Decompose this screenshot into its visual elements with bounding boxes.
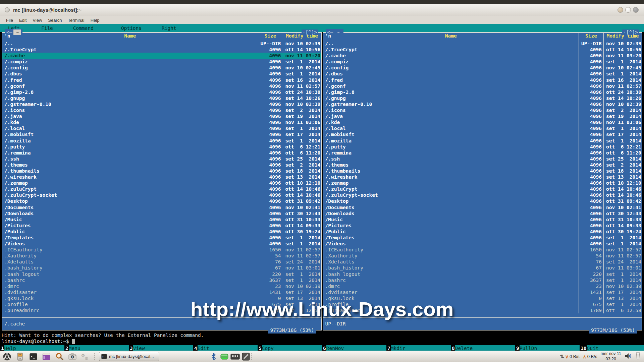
search-icon[interactable] bbox=[54, 352, 64, 361]
glass-icon[interactable] bbox=[635, 352, 641, 361]
file-row[interactable]: /.java4096set192014 bbox=[2, 113, 321, 119]
file-row[interactable]: .bash_history67nov1103:01 bbox=[2, 265, 321, 271]
file-row[interactable]: /.thumbnails4096set182014 bbox=[323, 168, 642, 174]
file-row[interactable]: /.putty4096ott612:21 bbox=[2, 144, 321, 150]
file-row[interactable]: .bashrc3637set12014 bbox=[323, 277, 642, 283]
file-row[interactable]: /.config4096nov1002:45 bbox=[2, 65, 321, 71]
column-header-size[interactable]: Size bbox=[579, 33, 603, 41]
bluetooth-icon[interactable] bbox=[209, 352, 218, 361]
file-row[interactable]: .ICEauthority1650nov1102:57 bbox=[2, 247, 321, 253]
file-row[interactable]: .dmrc23nov1002:39 bbox=[323, 283, 642, 289]
file-row[interactable]: /.remmina4096ott611:20 bbox=[2, 150, 321, 156]
file-cabinet-icon[interactable] bbox=[15, 352, 25, 361]
file-row[interactable]: .bash_logout220set12014 bbox=[323, 271, 642, 277]
file-row[interactable]: /Documents4096nov1002:41 bbox=[2, 204, 321, 210]
file-row[interactable]: /.mozilla4096set12014 bbox=[2, 138, 321, 144]
mc-menu-right[interactable]: Right bbox=[158, 25, 180, 31]
file-row[interactable]: /..UP--DIRnov1002:39 bbox=[323, 41, 642, 47]
file-row[interactable]: .bash_logout220set12014 bbox=[2, 271, 321, 277]
file-row[interactable]: /.mobiusft4096set172014 bbox=[323, 131, 642, 137]
file-row[interactable]: /Pictures4096ott1409:33 bbox=[2, 223, 321, 229]
file-row[interactable]: .Xauthority54nov1102:57 bbox=[323, 253, 642, 259]
mc-menu-command[interactable]: Command bbox=[69, 25, 98, 31]
menu-item-edit[interactable]: Edit bbox=[16, 17, 29, 23]
file-row[interactable]: /.zenmap4096ott1012:10 bbox=[323, 180, 642, 186]
column-header-size[interactable]: Size bbox=[258, 33, 283, 41]
column-header-name[interactable]: 'nName bbox=[2, 33, 258, 41]
file-row[interactable]: /.ssh4096set252014 bbox=[323, 156, 642, 162]
file-row[interactable]: .ICEauthority1650nov1102:57 bbox=[323, 247, 642, 253]
file-row[interactable]: /.kde4096nov1103:06 bbox=[2, 119, 321, 125]
gears-icon[interactable]: ⚙⚙ bbox=[80, 352, 91, 361]
file-row[interactable]: /Music4096ott3110:33 bbox=[323, 217, 642, 223]
file-row[interactable]: /.gstreamer-0.104096nov1002:39 bbox=[2, 101, 321, 107]
upload-monitor[interactable]: ∧ 0 B/s bbox=[583, 354, 597, 359]
file-row[interactable]: /.ssh4096set252014 bbox=[2, 156, 321, 162]
file-row[interactable]: /Videos4096set12014 bbox=[323, 241, 642, 247]
mc-menu-file[interactable]: File bbox=[37, 25, 57, 31]
file-row[interactable]: /Music4096ott3110:33 bbox=[2, 217, 321, 223]
panel-nav-icons[interactable]: ·[^]> bbox=[622, 29, 639, 35]
file-row[interactable]: /.themes4096set22014 bbox=[323, 162, 642, 168]
file-row[interactable]: /.java4096set192014 bbox=[323, 113, 642, 119]
clock[interactable]: mer nov 11 03:20 bbox=[600, 351, 621, 362]
file-row[interactable]: /Documents4096nov1002:41 bbox=[323, 204, 642, 210]
volume-icon[interactable] bbox=[625, 353, 632, 361]
file-row[interactable]: .dvdisaster1431set172014 bbox=[2, 289, 321, 295]
file-row[interactable]: .dmrc23nov1002:39 bbox=[2, 283, 321, 289]
file-row[interactable]: /.cache4096nov1103:20 bbox=[2, 53, 321, 59]
file-row[interactable]: /.wireshark4096set132014 bbox=[323, 174, 642, 180]
file-row[interactable]: /Downloads4096ott3012:43 bbox=[2, 210, 321, 217]
window-menu-icon[interactable] bbox=[5, 7, 10, 12]
terminal-icon[interactable]: ▸_ bbox=[28, 352, 38, 361]
file-row[interactable]: .dvdisaster1431set172014 bbox=[323, 289, 642, 295]
menu-item-terminal[interactable]: Terminal bbox=[65, 17, 87, 23]
file-row[interactable]: /.compiz4096set12014 bbox=[2, 59, 321, 65]
taskbar-window-button[interactable]: ▸_ mc [linux-days@local... bbox=[99, 352, 159, 361]
file-row[interactable]: /.mobiusft4096set172014 bbox=[2, 131, 321, 137]
file-row[interactable]: /.zenmap4096ott1012:10 bbox=[2, 180, 321, 186]
file-row[interactable]: /.wireshark4096set132014 bbox=[2, 174, 321, 180]
menu-item-view[interactable]: View bbox=[30, 17, 45, 23]
file-row[interactable]: /.fred4096set162014 bbox=[323, 77, 642, 83]
file-row[interactable]: /.zuluCrypt-socket4096ott1410:46 bbox=[323, 192, 642, 198]
file-row[interactable]: /Pictures4096ott1409:33 bbox=[323, 223, 642, 229]
file-row[interactable]: .Xdefaults76set242014 bbox=[323, 259, 642, 265]
file-row[interactable]: .Xdefaults76set242014 bbox=[2, 259, 321, 265]
file-row[interactable]: /.gconf4096nov1102:57 bbox=[323, 83, 642, 89]
file-row[interactable]: /.TrueCrypt4096ott1410:56 bbox=[2, 47, 321, 53]
file-row[interactable]: /Desktop4096ott3109:42 bbox=[323, 198, 642, 204]
file-row[interactable]: /Downloads4096ott3012:43 bbox=[323, 210, 642, 217]
column-header-name[interactable]: 'nName bbox=[323, 33, 579, 41]
menu-item-search[interactable]: Search bbox=[45, 17, 64, 23]
file-row[interactable]: /.gimp-2.84096ott2410:30 bbox=[2, 89, 321, 95]
file-row[interactable]: /.gnupg4096set1410:26 bbox=[2, 95, 321, 101]
file-row[interactable]: /..UP--DIRnov1002:39 bbox=[2, 41, 321, 47]
command-line[interactable]: linux-days@localhost:~$ bbox=[0, 338, 644, 345]
file-row[interactable]: /.themes4096set22014 bbox=[2, 162, 321, 168]
file-row[interactable]: /.gnupg4096set1410:26 bbox=[323, 95, 642, 101]
ubuntu-logo-icon[interactable] bbox=[2, 352, 12, 361]
minimize-button[interactable] bbox=[618, 7, 623, 13]
network-monitor[interactable]: ⇅ ∨ 0 B/s bbox=[560, 354, 579, 360]
menu-item-help[interactable]: Help bbox=[88, 17, 102, 23]
file-row[interactable]: /.icons4096set22014 bbox=[2, 107, 321, 113]
file-row[interactable]: /.fred4096set162014 bbox=[2, 77, 321, 83]
file-row[interactable]: /.local4096set12014 bbox=[323, 125, 642, 131]
file-row[interactable]: /.cache4096nov1103:20 bbox=[323, 53, 642, 59]
maximize-button[interactable] bbox=[625, 7, 631, 13]
file-row[interactable]: /.putty4096ott612:21 bbox=[323, 144, 642, 150]
file-row[interactable]: /Public4096ott3019:24 bbox=[2, 229, 321, 235]
package-icon[interactable] bbox=[41, 352, 51, 361]
file-row[interactable]: /.icons4096set22014 bbox=[323, 107, 642, 113]
file-row[interactable]: /.mozilla4096set12014 bbox=[323, 138, 642, 144]
file-row[interactable]: /Desktop4096ott3109:42 bbox=[2, 198, 321, 204]
file-row[interactable]: /Templates4096set12014 bbox=[2, 235, 321, 241]
file-row[interactable]: .bash_history67nov1103:01 bbox=[323, 265, 642, 271]
camera-icon[interactable] bbox=[67, 352, 77, 361]
file-row[interactable]: /.gimp-2.84096ott2410:30 bbox=[323, 89, 642, 95]
file-row[interactable]: .bashrc3637set12014 bbox=[2, 277, 321, 283]
file-row[interactable]: /.config4096nov1002:45 bbox=[323, 65, 642, 71]
file-row[interactable]: /.remmina4096ott611:20 bbox=[323, 150, 642, 156]
netscan-icon[interactable] bbox=[241, 352, 251, 361]
